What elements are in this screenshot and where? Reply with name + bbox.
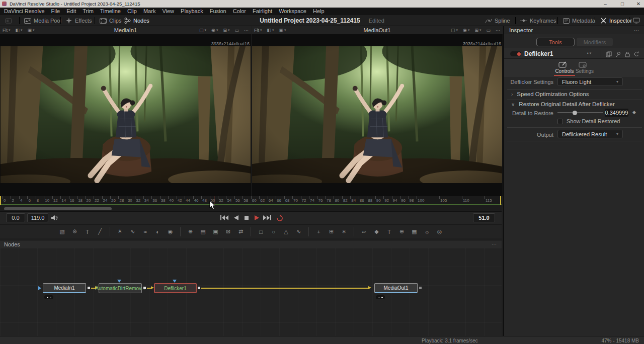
media-pool-button[interactable]: Media Pool	[24, 15, 61, 26]
channel-booleans-tool-icon[interactable]: ▤	[198, 228, 208, 236]
last-frame-button[interactable]	[262, 214, 272, 221]
menu-color[interactable]: Color	[233, 8, 246, 15]
background-tool-icon[interactable]: ▧	[57, 228, 67, 236]
roi-button-left[interactable]: ▭	[234, 28, 239, 33]
output-dropdown[interactable]: Deflickered Result▾	[557, 130, 623, 138]
speed-optimization-section[interactable]: ›Speed Optimization Options	[511, 91, 589, 97]
tracker-tool-icon[interactable]: +	[313, 228, 324, 236]
split-view-dropdown-left[interactable]: ◧▾	[16, 28, 23, 33]
grid-dropdown-left[interactable]: ⊞▾	[223, 28, 229, 33]
transform-tool-icon[interactable]: ⇄	[235, 228, 246, 236]
maximize-button[interactable]: □	[615, 0, 630, 8]
slider-handle[interactable]	[573, 111, 577, 115]
hue-curves-tool-icon[interactable]: ≈	[140, 228, 150, 236]
lut-dropdown-left[interactable]: ◉▾	[211, 28, 218, 33]
effects-button[interactable]: Effects	[65, 15, 92, 26]
viewer-left-options[interactable]: ···	[244, 28, 249, 33]
nodes-panel-options[interactable]: ···	[492, 241, 497, 247]
color-curves-tool-icon[interactable]: ∿	[127, 228, 138, 236]
ui-layout-toggle[interactable]	[5, 15, 12, 26]
image-plane-3d-tool-icon[interactable]: ▱	[359, 228, 369, 236]
channel-dropdown-left[interactable]: ▢▾	[199, 28, 206, 33]
viewer-right-options[interactable]: ···	[496, 28, 500, 33]
menu-clip[interactable]: Clip	[127, 8, 137, 15]
deflicker-settings-dropdown[interactable]: Fluoro Light▾	[557, 77, 623, 86]
bspline-mask-tool-icon[interactable]: ∿	[293, 228, 304, 236]
node-enable-toggle[interactable]	[510, 51, 521, 56]
inspector-options[interactable]: ···	[634, 28, 639, 33]
matte-control-tool-icon[interactable]: ▣	[210, 228, 221, 236]
shape-3d-tool-icon[interactable]: ◆	[371, 228, 382, 236]
play-button[interactable]	[252, 214, 262, 221]
close-button[interactable]: ✕	[631, 0, 644, 8]
audio-mute-button[interactable]	[49, 214, 59, 221]
camera-3d-tool-icon[interactable]: ▦	[409, 228, 420, 236]
mediain1-thumb-toggle[interactable]	[44, 295, 53, 299]
current-frame-field[interactable]: 51.0	[473, 213, 495, 222]
deflicker-input-triangle[interactable]	[173, 280, 177, 283]
menu-davinci-resolve[interactable]: DaVinci Resolve	[4, 8, 45, 15]
viewer-left[interactable]: 3936x2144xfloat16	[0, 34, 251, 196]
color-corrector-tool-icon[interactable]: ☀	[115, 228, 125, 236]
menu-help[interactable]: Help	[313, 8, 325, 15]
adr-output-port[interactable]	[143, 287, 146, 289]
menu-timeline[interactable]: Timeline	[100, 8, 121, 15]
tab-settings[interactable]: Settings	[574, 68, 596, 74]
stereo-dropdown-left[interactable]: ▣▾	[28, 28, 35, 33]
brightness-contrast-tool-icon[interactable]: ◐	[152, 228, 163, 236]
node-mediaout1[interactable]: MediaOut1	[374, 283, 418, 293]
reset-icon[interactable]	[633, 50, 639, 59]
mediain1-output-port[interactable]	[88, 287, 90, 289]
fit-dropdown-right[interactable]: Fit▾	[254, 28, 262, 33]
lock-icon[interactable]	[624, 50, 630, 59]
merge-3d-tool-icon[interactable]: ⊕	[396, 228, 407, 236]
stereo-dropdown-right[interactable]: ▣▾	[279, 28, 286, 33]
menu-edit[interactable]: Edit	[66, 8, 76, 15]
spline-button[interactable]: Spline	[485, 15, 510, 26]
menu-view[interactable]: View	[162, 8, 174, 15]
range-end-field[interactable]: 119.0	[27, 213, 48, 222]
minimize-button[interactable]: –	[598, 0, 613, 8]
rectangle-mask-tool-icon[interactable]: □	[256, 228, 266, 236]
paint-tool-icon[interactable]: ╱	[95, 228, 105, 236]
menu-mark[interactable]: Mark	[143, 8, 155, 15]
timeline-scrollbar[interactable]	[4, 207, 112, 210]
node-automaticdirtremoval[interactable]: AutomaticDirtRemov...	[99, 283, 142, 293]
node-deflicker1[interactable]: Deflicker1	[154, 283, 197, 293]
lut-dropdown-right[interactable]: ◉▾	[463, 28, 469, 33]
menu-fusion[interactable]: Fusion	[210, 8, 226, 15]
menu-workspace[interactable]: Workspace	[279, 8, 306, 15]
resize-tool-icon[interactable]: ⊠	[223, 228, 233, 236]
loop-out-marker[interactable]	[500, 196, 501, 205]
text-3d-tool-icon[interactable]: T	[384, 228, 394, 236]
pin-icon[interactable]	[615, 50, 621, 59]
menu-playback[interactable]: Playback	[181, 8, 203, 15]
renderer-3d-tool-icon[interactable]: ◎	[434, 228, 445, 236]
restore-detail-section[interactable]: ∨Restore Original Detail After Deflicker	[511, 101, 615, 107]
viewer-right[interactable]: 3936x2144xfloat16	[252, 34, 503, 196]
deflicker-output-port[interactable]	[198, 287, 200, 289]
ellipse-mask-tool-icon[interactable]: ○	[268, 228, 279, 236]
detail-to-restore-slider[interactable]	[557, 112, 603, 113]
fast-noise-tool-icon[interactable]: ※	[69, 228, 80, 236]
split-view-dropdown-right[interactable]: ◧▾	[267, 28, 274, 33]
blur-tool-icon[interactable]: ◉	[165, 228, 176, 236]
mediaout1-output-port[interactable]	[419, 287, 422, 289]
grid-dropdown-right[interactable]: ⊞▾	[474, 28, 481, 33]
loop-in-marker[interactable]	[0, 196, 1, 205]
node-graph[interactable]: MediaIn1 AutomaticDirtRemov... Deflicker…	[0, 248, 502, 336]
spotlight-3d-tool-icon[interactable]: ☼	[422, 228, 432, 236]
camera-tracker-tool-icon[interactable]: ∗	[339, 228, 349, 236]
polygon-mask-tool-icon[interactable]: △	[281, 228, 291, 236]
menu-trim[interactable]: Trim	[83, 8, 94, 15]
tab-controls[interactable]: Controls	[553, 68, 576, 74]
first-frame-button[interactable]	[219, 214, 229, 221]
clips-button[interactable]: Clips	[100, 15, 121, 26]
timeline-ruler[interactable]: 0246810121416182022242628303234363840424…	[0, 196, 502, 205]
tab-tools[interactable]: Tools	[536, 38, 575, 46]
channel-dropdown-right[interactable]: ▢▾	[451, 28, 458, 33]
copy-settings-icon[interactable]	[606, 50, 612, 59]
menu-fairlight[interactable]: Fairlight	[253, 8, 272, 15]
keyframe-diamond-icon[interactable]: ◆	[632, 110, 636, 115]
mediaout1-thumb-toggle[interactable]	[376, 295, 385, 299]
